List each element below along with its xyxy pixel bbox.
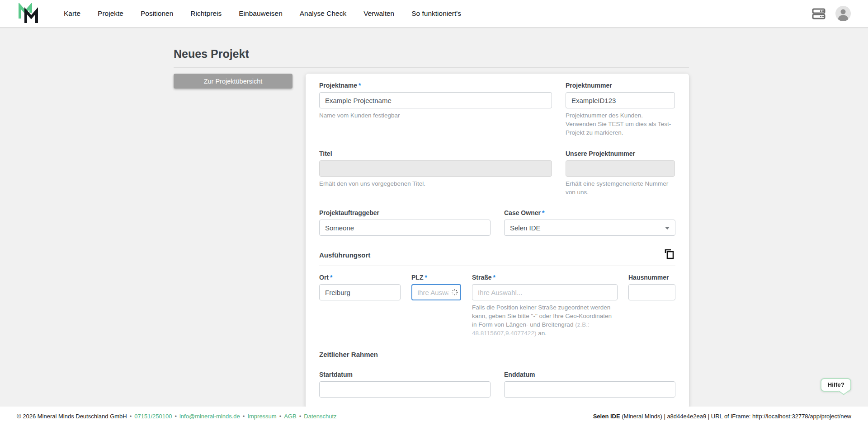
section-zeitlicher-rahmen-header: Zeitlicher Rahmen: [319, 351, 675, 358]
projektnummer-input[interactable]: [566, 92, 675, 108]
footer-link-email[interactable]: info@mineral-minds.de: [179, 413, 240, 420]
title-divider: [174, 67, 689, 68]
hausnummer-input[interactable]: [628, 284, 675, 300]
field-unsere-projektnummer: Unsere Projektnummer Erhält eine systemg…: [566, 150, 675, 197]
loading-spinner-icon: [451, 289, 458, 296]
footer-link-impressum[interactable]: Impressum: [247, 413, 276, 420]
back-to-project-overview-button[interactable]: Zur Projektübersicht: [174, 74, 292, 89]
nav-item-positionen[interactable]: Positionen: [141, 9, 173, 18]
projektnummer-helper: Projektnummer des Kunden. Verwenden Sie …: [566, 112, 675, 137]
field-strasse: Straße* Falls die Position keiner Straße…: [472, 274, 618, 338]
user-avatar-icon[interactable]: [835, 5, 851, 22]
footer-separator: •: [130, 413, 132, 420]
footer-separator: •: [279, 413, 282, 420]
field-plz: PLZ*: [411, 274, 461, 338]
top-nav: Karte Projekte Positionen Richtpreis Ein…: [0, 0, 868, 28]
footer-separator: •: [175, 413, 177, 420]
startdatum-input[interactable]: [319, 381, 491, 398]
ausfuehrungsort-heading: Ausführungsort: [319, 251, 370, 259]
help-button[interactable]: Hilfe?: [821, 378, 851, 392]
field-projektname: Projektname* Name vom Kunden festlegbar: [319, 82, 552, 137]
mineral-minds-logo[interactable]: [17, 3, 40, 24]
strasse-helper: Falls die Position keiner Straße zugeord…: [472, 304, 618, 338]
projektnummer-label: Projektnummer: [566, 82, 675, 89]
nav-item-analyse-check[interactable]: Analyse Check: [300, 9, 346, 18]
startdatum-label: Startdatum: [319, 371, 491, 378]
ort-label: Ort*: [319, 274, 401, 281]
footer-left: © 2026 Mineral Minds Deutschland GmbH • …: [17, 413, 337, 420]
required-asterisk: *: [330, 274, 332, 281]
field-titel: Titel Erhält den von uns vorgegebenen Ti…: [319, 150, 552, 197]
enddatum-label: Enddatum: [504, 371, 675, 378]
strasse-label: Straße*: [472, 274, 618, 281]
footer-separator: •: [299, 413, 302, 420]
main-area: Neues Projekt Zur Projektübersicht Proje…: [0, 28, 868, 407]
terminal-icon[interactable]: [811, 6, 826, 21]
projektauftraggeber-input[interactable]: [319, 220, 491, 236]
copy-icon[interactable]: [664, 248, 675, 261]
projektauftraggeber-label: Projektauftraggeber: [319, 209, 491, 216]
chevron-down-icon: [665, 227, 670, 230]
projektname-input[interactable]: [319, 92, 552, 108]
titel-label: Titel: [319, 150, 552, 157]
main-nav: Karte Projekte Positionen Richtpreis Ein…: [64, 9, 811, 18]
case-owner-select[interactable]: Selen IDE: [504, 220, 675, 236]
ort-input[interactable]: [319, 284, 401, 300]
footer-link-agb[interactable]: AGB: [284, 413, 296, 420]
section-divider: [319, 266, 675, 266]
zeitlicher-rahmen-heading: Zeitlicher Rahmen: [319, 351, 378, 358]
projektname-helper: Name vom Kunden festlegbar: [319, 112, 552, 120]
titel-input: [319, 160, 552, 177]
required-asterisk: *: [425, 274, 427, 281]
footer: © 2026 Mineral Minds Deutschland GmbH • …: [0, 407, 868, 426]
nav-item-verwalten[interactable]: Verwalten: [363, 9, 394, 18]
field-case-owner: Case Owner* Selen IDE: [504, 209, 675, 236]
required-asterisk: *: [542, 209, 544, 216]
nav-item-projekte[interactable]: Projekte: [98, 9, 123, 18]
hausnummer-label: Hausnummer: [628, 274, 675, 281]
footer-session-details: (Mineral Minds) | a8d44e4e2ea9 | URL of …: [620, 413, 851, 420]
page-title: Neues Projekt: [174, 28, 689, 61]
nav-item-karte[interactable]: Karte: [64, 9, 80, 18]
project-form-card: Projektname* Name vom Kunden festlegbar …: [306, 74, 689, 407]
required-asterisk: *: [359, 82, 361, 89]
projektname-label: Projektname*: [319, 82, 552, 89]
case-owner-value: Selen IDE: [510, 224, 541, 232]
footer-session-info: Selen IDE (Mineral Minds) | a8d44e4e2ea9…: [593, 413, 851, 420]
footer-separator: •: [243, 413, 245, 420]
field-projektnummer: Projektnummer Projektnummer des Kunden. …: [566, 82, 675, 137]
nav-right-icons: [811, 5, 851, 22]
field-enddatum: Enddatum: [504, 371, 675, 398]
logo-mark-icon: [17, 3, 40, 24]
footer-session-user: Selen IDE: [593, 413, 620, 420]
left-action-column: Zur Projektübersicht: [174, 74, 292, 89]
footer-link-datenschutz[interactable]: Datenschutz: [304, 413, 336, 420]
nav-item-so-funktionierts[interactable]: So funktioniert's: [411, 9, 461, 18]
field-projektauftraggeber: Projektauftraggeber: [319, 209, 491, 236]
nav-item-richtpreis[interactable]: Richtpreis: [190, 9, 222, 18]
nav-item-einbauweisen[interactable]: Einbauweisen: [239, 9, 283, 18]
unsere-projektnummer-helper: Erhält eine systemgenerierte Nummer von …: [566, 180, 675, 197]
unsere-projektnummer-input: [566, 160, 675, 177]
titel-helper: Erhält den von uns vorgegebenen Titel.: [319, 180, 552, 188]
strasse-input[interactable]: [472, 284, 618, 300]
field-startdatum: Startdatum: [319, 371, 491, 398]
enddatum-input[interactable]: [504, 381, 675, 398]
field-ort: Ort*: [319, 274, 401, 338]
field-hausnummer: Hausnummer: [628, 274, 675, 338]
unsere-projektnummer-label: Unsere Projektnummer: [566, 150, 675, 157]
help-button-label: Hilfe?: [827, 381, 844, 388]
section-divider: [319, 363, 675, 363]
footer-link-phone[interactable]: 07151/250100: [134, 413, 172, 420]
case-owner-label: Case Owner*: [504, 209, 675, 216]
section-ausfuehrungsort-header: Ausführungsort: [319, 248, 675, 261]
footer-copyright: © 2026 Mineral Minds Deutschland GmbH: [17, 413, 127, 420]
required-asterisk: *: [493, 274, 495, 281]
plz-label: PLZ*: [411, 274, 461, 281]
